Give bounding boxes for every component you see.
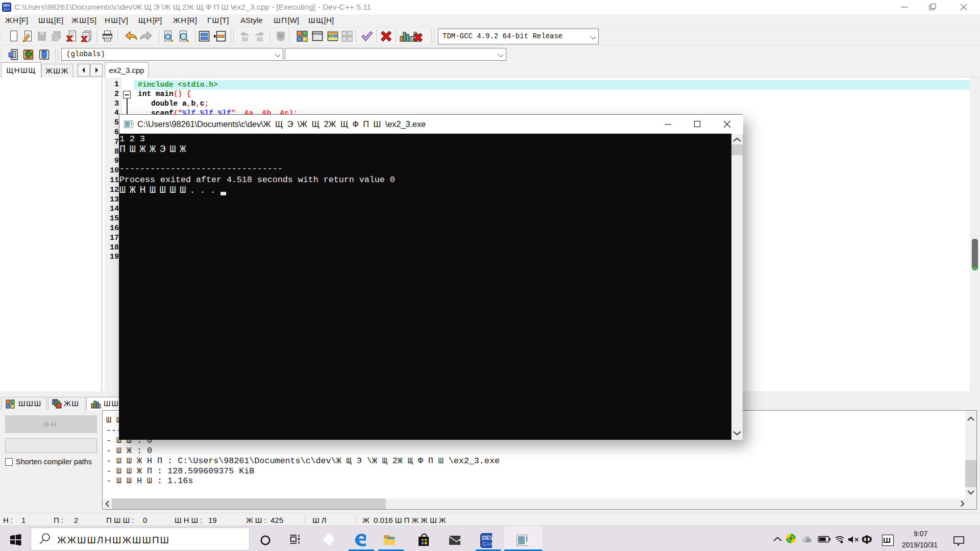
svg-text:C++: C++ [4,8,10,11]
svg-text:DEV: DEV [3,4,10,7]
svg-text:DEV: DEV [482,535,492,541]
svg-text:C++: C++ [482,541,492,547]
